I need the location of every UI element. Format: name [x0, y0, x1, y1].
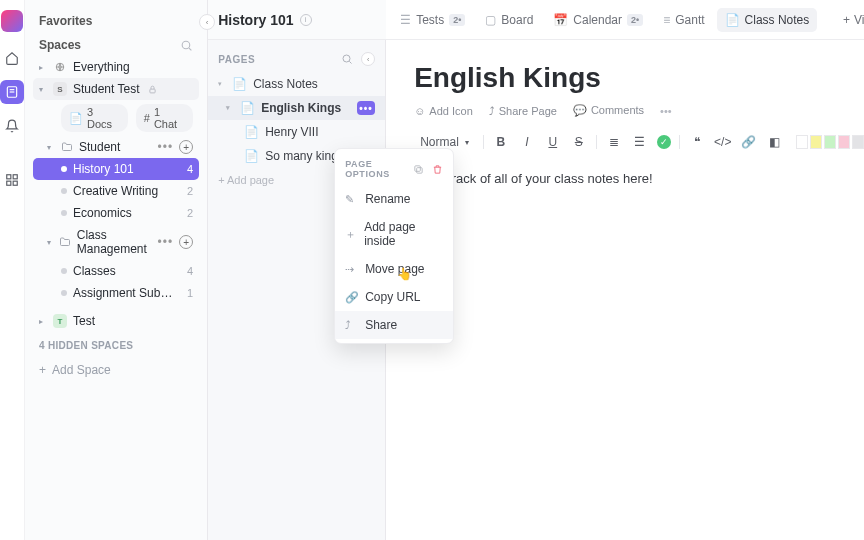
add-icon-button[interactable]: ☺Add Icon: [414, 105, 473, 117]
sidebar-item-assignment-submission[interactable]: Assignment Submissio... 1: [33, 282, 199, 304]
docs-pill[interactable]: 📄3 Docs: [61, 104, 128, 132]
svg-line-12: [349, 61, 351, 63]
swatch[interactable]: [838, 135, 850, 149]
sidebar-item-classes[interactable]: Classes 4: [33, 260, 199, 282]
underline-button[interactable]: U: [544, 135, 562, 149]
chat-pill[interactable]: #1 Chat: [136, 104, 193, 132]
sidebar-item-class-management[interactable]: ▾ Class Management •••+: [33, 224, 199, 260]
svg-rect-3: [7, 175, 11, 179]
share-page-button[interactable]: ⤴Share Page: [489, 105, 557, 117]
comments-button[interactable]: 💬Comments: [573, 104, 644, 117]
svg-rect-14: [415, 165, 421, 171]
sidebar-item-label: Creative Writing: [73, 184, 158, 198]
svg-line-8: [189, 48, 191, 50]
menu-add-page-inside[interactable]: ＋Add page inside: [335, 213, 453, 255]
pages-panel: PAGES ‹ ▾📄Class Notes ▾📄English Kings ••…: [208, 40, 386, 540]
search-icon[interactable]: [180, 39, 193, 52]
sidebar: ‹ Favorites Spaces ▸ Everything ▾ S Stud…: [25, 0, 208, 540]
duplicate-icon[interactable]: [413, 164, 424, 175]
document-body[interactable]: Keep track of all of your class notes he…: [386, 171, 864, 186]
plus-icon: +: [39, 363, 46, 377]
document-panel: English Kings ☺Add Icon ⤴Share Page 💬Com…: [386, 40, 864, 540]
search-icon[interactable]: [341, 53, 353, 65]
code-button[interactable]: </>: [714, 135, 732, 149]
link-button[interactable]: 🔗: [740, 135, 758, 149]
home-icon[interactable]: [0, 46, 24, 70]
sidebar-item-label: Classes: [73, 264, 116, 278]
tab-tests[interactable]: ☰Tests2•: [392, 8, 473, 32]
numbered-list-button[interactable]: ☰: [631, 135, 649, 149]
page-item-english-kings[interactable]: ▾📄English Kings •••: [208, 96, 385, 120]
folder-icon: [61, 141, 73, 153]
sidebar-item-label: Assignment Submissio...: [73, 286, 181, 300]
svg-rect-6: [13, 181, 17, 185]
add-icon[interactable]: +: [179, 235, 193, 249]
page-options-button[interactable]: •••: [357, 101, 375, 115]
swatch[interactable]: [852, 135, 864, 149]
add-view-button[interactable]: +View: [837, 9, 864, 31]
space-pills: 📄3 Docs #1 Chat: [33, 100, 199, 136]
tab-calendar[interactable]: 📅Calendar2•: [545, 8, 651, 32]
lock-icon: [148, 85, 157, 94]
spaces-header: Spaces: [39, 38, 81, 52]
folder-icon: [59, 236, 71, 248]
quote-button[interactable]: ❝: [688, 135, 706, 149]
delete-icon[interactable]: [432, 164, 443, 175]
menu-copy-url[interactable]: 🔗Copy URL: [335, 283, 453, 311]
document-title[interactable]: English Kings: [414, 62, 864, 94]
tab-class-notes[interactable]: 📄Class Notes: [717, 8, 818, 32]
collapse-sidebar-button[interactable]: ‹: [199, 14, 215, 30]
page-item-class-notes[interactable]: ▾📄Class Notes: [208, 72, 385, 96]
swatch[interactable]: [810, 135, 822, 149]
svg-point-11: [343, 55, 350, 62]
svg-point-7: [182, 41, 190, 49]
svg-rect-13: [417, 167, 423, 173]
menu-share[interactable]: ⤴Share: [335, 311, 453, 339]
sidebar-item-economics[interactable]: Economics 2: [33, 202, 199, 224]
sidebar-item-label: History 101: [73, 162, 134, 176]
svg-rect-10: [149, 89, 154, 93]
menu-move-page[interactable]: ⇢Move page: [335, 255, 453, 283]
page-item-henry[interactable]: 📄Henry VIII: [208, 120, 385, 144]
sidebar-item-creative-writing[interactable]: Creative Writing 2: [33, 180, 199, 202]
checklist-button[interactable]: ✓: [657, 135, 671, 149]
hidden-spaces-label[interactable]: 4 HIDDEN SPACES: [33, 332, 199, 359]
sidebar-item-label: Student: [79, 140, 120, 154]
collapse-pages-button[interactable]: ‹: [361, 52, 375, 66]
strike-button[interactable]: S: [570, 135, 588, 149]
italic-button[interactable]: I: [518, 135, 536, 149]
apps-icon[interactable]: [0, 168, 24, 192]
sidebar-item-everything[interactable]: ▸ Everything: [33, 56, 199, 78]
more-icon[interactable]: •••: [660, 105, 672, 117]
sidebar-item-history-101[interactable]: History 101 4: [33, 158, 199, 180]
menu-header: PAGE OPTIONS: [345, 159, 413, 179]
sidebar-item-label: Student Test: [73, 82, 140, 96]
view-tabs: ☰Tests2• ▢Board 📅Calendar2• ≡Gantt 📄Clas…: [386, 0, 864, 40]
notifications-icon[interactable]: [0, 114, 24, 138]
bullet-list-button[interactable]: ≣: [605, 135, 623, 149]
page-options-menu: PAGE OPTIONS ✎Rename ＋Add page inside ⇢M…: [334, 148, 454, 344]
add-space-button[interactable]: + Add Space: [33, 359, 199, 381]
docs-icon[interactable]: [0, 80, 24, 104]
sidebar-item-label: Test: [73, 314, 95, 328]
more-icon[interactable]: •••: [158, 140, 174, 154]
tab-gantt[interactable]: ≡Gantt: [655, 8, 712, 32]
tab-board[interactable]: ▢Board: [477, 8, 541, 32]
info-icon[interactable]: i: [300, 14, 312, 26]
bold-button[interactable]: B: [492, 135, 510, 149]
favorites-header[interactable]: Favorites: [33, 10, 199, 32]
sidebar-item-label: Everything: [73, 60, 130, 74]
highlight-button[interactable]: ◧: [766, 135, 784, 149]
swatch[interactable]: [824, 135, 836, 149]
add-icon[interactable]: +: [179, 140, 193, 154]
swatch[interactable]: [796, 135, 808, 149]
sidebar-item-label: Economics: [73, 206, 132, 220]
pages-label: PAGES: [218, 54, 255, 65]
nav-rail: [0, 0, 25, 540]
sidebar-item-test[interactable]: ▸ T Test: [33, 310, 199, 332]
sidebar-item-student-test[interactable]: ▾ S Student Test: [33, 78, 199, 100]
more-icon[interactable]: •••: [158, 235, 174, 249]
page-title: History 101: [218, 12, 293, 28]
menu-rename[interactable]: ✎Rename: [335, 185, 453, 213]
sidebar-item-student[interactable]: ▾ Student •••+: [33, 136, 199, 158]
